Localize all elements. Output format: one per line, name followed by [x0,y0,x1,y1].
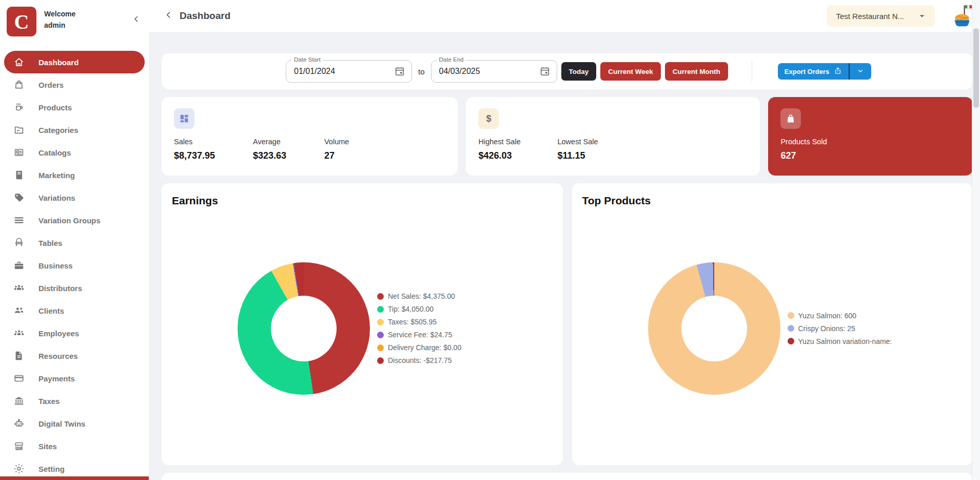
page-scrollbar[interactable] [972,0,980,480]
export-orders-label: Export Orders [785,68,829,75]
top-products-donut-chart[interactable] [648,262,780,395]
sidebar-item-resources[interactable]: Resources [4,344,145,367]
today-button[interactable]: Today [561,62,597,81]
earnings-donut-chart[interactable] [238,262,370,395]
sidebar-item-tables[interactable]: Tables [4,232,145,254]
chevron-down-icon [856,67,865,76]
sidebar-item-variation-groups[interactable]: Variation Groups [4,209,145,232]
charts-row: Earnings Net Sales: $4,375.00 Tip: $4,05… [162,183,973,465]
earnings-chart-title: Earnings [172,195,553,207]
legend-item[interactable]: Delivery Charge: $0.00 [377,341,461,354]
groups-icon [13,282,25,294]
restaurant-selector[interactable]: Test Restaurant N... [827,5,935,27]
welcome-text: Welcome admin [44,7,75,31]
sidebar-item-dashboard[interactable]: Dashboard [4,51,145,73]
legend-label: Net Sales: $4,375.00 [388,292,455,300]
vertical-divider [752,61,752,82]
legend-item[interactable]: Yuzu Salmon: 600 [788,309,892,322]
sidebar-item-sites[interactable]: Sites [4,435,145,457]
people-icon [13,305,25,316]
sidebar-item-digital-twins[interactable]: Digital Twins [4,412,145,435]
sidebar-item-payments[interactable]: Payments [4,367,145,390]
sidebar-item-employees[interactable]: Employees [4,322,145,344]
filter-bar: Date Start 01/01/2024 to Date End 04/03/… [162,53,973,89]
current-month-button[interactable]: Current Month [665,62,728,81]
content: Date Start 01/01/2024 to Date End 04/03/… [149,32,980,480]
legend-item[interactable]: Tip: $4,050.00 [377,303,461,316]
sidebar-nav: Dashboard Orders Products Categories Cat… [0,51,149,480]
legend-item[interactable]: Yuzu Salmon variation-name: [788,335,892,348]
legend-item[interactable]: Crispy Onions: 25 [788,322,892,335]
sidebar-item-orders[interactable]: Orders [4,73,145,96]
catalog-icon [13,147,25,158]
brand-logo[interactable]: C [7,7,36,36]
sidebar-item-products[interactable]: Products [4,96,145,119]
dollar-icon: $ [478,108,499,129]
calendar-icon[interactable] [394,66,405,77]
stat-metric-label: Lowest Sale [557,138,629,146]
sidebar-item-catalogs[interactable]: Catalogs [4,141,145,164]
date-start-label: Date Start [291,56,323,63]
products-sold-label: Products Sold [780,138,961,146]
stat-metric: Average $323.63 [253,138,324,161]
store-icon [13,440,25,452]
robot-icon [13,418,25,429]
legend-label: Delivery Charge: $0.00 [388,343,461,352]
sidebar: C Welcome admin Dashboard Orders Product… [0,0,149,480]
products-sold-card: Products Sold 627 [768,97,973,176]
sidebar-item-business[interactable]: Business [4,254,145,277]
welcome-line1: Welcome [44,9,75,20]
legend-swatch [377,293,384,300]
legend-item[interactable]: Discounts: -$217.75 [377,354,461,367]
topbar: Dashboard Test Restaurant N... [149,0,980,32]
products-sold-value: 627 [780,150,961,161]
sidebar-item-taxes[interactable]: Taxes [4,390,145,412]
page-scrollbar-thumb[interactable] [973,28,979,108]
stat-metric: Lowest Sale $11.15 [557,138,629,161]
sidebar-scrollbar[interactable] [0,476,149,480]
legend-label: Yuzu Salmon variation-name: [798,337,892,345]
date-end-field[interactable]: Date End 04/03/2025 [431,60,557,83]
sidebar-collapse-button[interactable] [129,13,144,27]
legend-label: Tip: $4,050.00 [388,305,434,313]
legend-item[interactable]: Service Fee: $24.75 [377,329,461,341]
legend-label: Discounts: -$217.75 [388,356,452,364]
legend-swatch [377,319,384,325]
stat-metric-label: Sales [174,138,253,146]
topbar-right: Test Restaurant N... [827,4,974,28]
export-dropdown-toggle[interactable] [850,63,871,80]
avatar[interactable] [951,4,974,28]
legend-item[interactable]: Taxes: $505.95 [377,316,461,329]
cup-icon [13,102,25,113]
sidebar-header: C Welcome admin [0,0,149,41]
legend-item[interactable]: Net Sales: $4,375.00 [377,290,461,303]
folder-icon [13,124,25,136]
export-orders-button[interactable]: Export Orders [778,63,871,80]
team-icon [13,328,25,339]
legend-swatch [788,325,794,332]
caret-down-icon [916,10,928,22]
gear-icon [13,463,25,474]
stat-metric: Sales $8,737.95 [174,138,253,161]
back-button[interactable] [162,9,175,23]
legend-label: Yuzu Salmon: 600 [798,312,857,320]
export-orders-main[interactable]: Export Orders [778,63,849,80]
stat-metric-value: $11.15 [557,150,629,161]
current-week-button[interactable]: Current Week [600,62,661,81]
stat-metric: Highest Sale $426.03 [478,138,557,161]
dashboard-grid-icon [174,108,194,129]
calendar-icon[interactable] [539,66,551,77]
top-products-chart-title: Top Products [582,195,963,207]
bag-icon [13,79,25,90]
sidebar-item-variations[interactable]: Variations [4,186,145,209]
date-start-field[interactable]: Date Start 01/01/2024 [286,60,412,83]
stats-row: Sales $8,737.95 Average $323.63 Volume 2… [162,97,973,176]
sidebar-item-categories[interactable]: Categories [4,119,145,141]
stat-metric-label: Average [253,138,324,146]
sales-stats-card: Sales $8,737.95 Average $323.63 Volume 2… [162,97,458,176]
sidebar-item-distributors[interactable]: Distributors [4,277,145,299]
legend-label: Taxes: $505.95 [388,318,437,326]
legend-swatch [377,344,384,351]
sidebar-item-clients[interactable]: Clients [4,299,145,322]
sidebar-item-marketing[interactable]: Marketing [4,164,145,186]
